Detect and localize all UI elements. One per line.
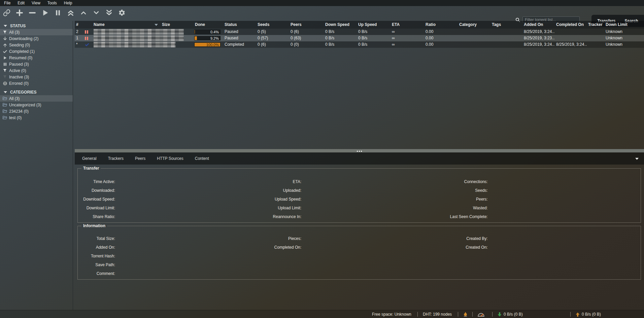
play-icon bbox=[2, 55, 7, 60]
move-down-button[interactable] bbox=[92, 9, 100, 17]
sidebar-item-completed[interactable]: Completed (1) bbox=[0, 48, 73, 55]
transfer-fieldset: Transfer Time Active: Downloaded: Downlo… bbox=[77, 166, 641, 223]
sidebar-item-downloading[interactable]: Downloading (2) bbox=[0, 35, 73, 42]
gear-icon bbox=[118, 9, 126, 16]
separator bbox=[492, 312, 493, 317]
progress-bar: 9.2% bbox=[194, 36, 221, 40]
move-top-button[interactable] bbox=[67, 9, 75, 17]
col-header-category[interactable]: Category bbox=[458, 21, 490, 29]
magnet-link-button[interactable] bbox=[3, 9, 11, 17]
sidebar-category-all[interactable]: All (3) bbox=[0, 95, 73, 102]
field-label: Download Limit: bbox=[87, 206, 115, 210]
col-header-state[interactable] bbox=[83, 21, 92, 29]
sidebar-item-active[interactable]: Active (0) bbox=[0, 67, 73, 74]
field-label: Created On: bbox=[466, 245, 487, 250]
field-label: Wasted: bbox=[473, 206, 488, 210]
sidebar-item-inactive[interactable]: Inactive (3) bbox=[0, 74, 73, 80]
sidebar-item-errored[interactable]: Errored (0) bbox=[0, 80, 73, 86]
torrent-row[interactable]: 1 9.2% Paused 0 (57) 0 (63) 0 B/s 0 B/s … bbox=[75, 35, 644, 41]
add-torrent-button[interactable] bbox=[15, 9, 24, 17]
status-section-header[interactable]: STATUS bbox=[0, 23, 73, 29]
col-header-tags[interactable]: Tags bbox=[490, 21, 522, 29]
categories-section-header[interactable]: CATEGORIES bbox=[0, 89, 73, 95]
col-header-completed-on[interactable]: Completed On bbox=[555, 21, 587, 29]
col-header-up-speed[interactable]: Up Speed bbox=[357, 21, 391, 29]
tab-http-sources[interactable]: HTTP Sources bbox=[151, 156, 189, 161]
col-header-number[interactable]: # bbox=[75, 21, 83, 29]
field-label: Time Active: bbox=[93, 179, 115, 184]
menu-tools[interactable]: Tools bbox=[47, 1, 57, 5]
folder-icon bbox=[2, 109, 7, 114]
torrent-row[interactable]: 2 0.4% Paused 0 (5) 0 (6) 0 B/s 0 B/s ∞ … bbox=[75, 29, 644, 35]
tab-general[interactable]: General bbox=[76, 156, 102, 161]
sidebar-item-seeding[interactable]: Seeding (0) bbox=[0, 42, 73, 48]
col-header-status[interactable]: Status bbox=[223, 21, 256, 29]
field-label: Save Path: bbox=[95, 262, 115, 267]
menu-edit[interactable]: Edit bbox=[18, 1, 25, 5]
col-header-name[interactable]: Name bbox=[92, 21, 161, 29]
menu-file[interactable]: File bbox=[4, 1, 10, 5]
sidebar: STATUS All (3) Downloading (2) Seeding (… bbox=[0, 21, 73, 310]
upload-arrow-icon bbox=[2, 42, 7, 47]
collapse-caret-icon bbox=[4, 25, 7, 27]
upload-speed-widget[interactable]: 0 B/s (0 B) bbox=[576, 310, 601, 318]
menu-help[interactable]: Help bbox=[64, 1, 72, 5]
col-header-added-on[interactable]: Added On bbox=[522, 21, 555, 29]
field-label: Created By: bbox=[466, 236, 487, 241]
checkmark-icon bbox=[2, 49, 7, 54]
col-header-seeds[interactable]: Seeds bbox=[256, 21, 289, 29]
col-header-ratio[interactable]: Ratio bbox=[424, 21, 458, 29]
field-label: Pieces: bbox=[288, 236, 301, 241]
alt-speed-limits-icon[interactable] bbox=[477, 310, 485, 318]
sidebar-item-resumed[interactable]: Resumed (0) bbox=[0, 55, 73, 61]
field-label: Comment: bbox=[97, 271, 115, 276]
tab-content[interactable]: Content bbox=[189, 156, 215, 161]
progress-bar: 100.0% bbox=[194, 42, 221, 47]
horizontal-splitter[interactable] bbox=[75, 149, 644, 152]
col-header-size[interactable]: Size bbox=[161, 21, 194, 29]
sidebar-category-test[interactable]: test (0) bbox=[0, 114, 73, 121]
delete-button[interactable] bbox=[28, 9, 36, 17]
col-header-eta[interactable]: ETA bbox=[391, 21, 424, 29]
col-header-down-speed[interactable]: Down Speed bbox=[324, 21, 357, 29]
toolbar: Transfers Search bbox=[0, 6, 644, 21]
folder-icon bbox=[2, 115, 7, 120]
options-button[interactable] bbox=[118, 9, 126, 17]
pause-button[interactable] bbox=[54, 9, 62, 17]
connection-status-icon[interactable] bbox=[463, 310, 468, 318]
move-up-button[interactable] bbox=[79, 9, 88, 17]
col-header-peers[interactable]: Peers bbox=[289, 21, 324, 29]
field-label: Last Seen Complete: bbox=[450, 214, 488, 219]
paused-icon bbox=[85, 29, 89, 35]
funnel-icon bbox=[2, 68, 7, 73]
tab-peers[interactable]: Peers bbox=[129, 156, 151, 161]
field-label: Seeds: bbox=[475, 188, 487, 193]
collapse-caret-icon bbox=[4, 91, 7, 93]
torrent-row[interactable]: * 100.0% Completed 0 (6) 0 (0) 0 B/s 0 B… bbox=[75, 41, 644, 48]
col-header-tracker[interactable]: Tracker bbox=[587, 21, 604, 29]
col-header-done[interactable]: Done bbox=[194, 21, 223, 29]
qbittorrent-window: File Edit View Tools Help bbox=[0, 0, 644, 318]
download-speed-widget[interactable]: 0 B/s (0 B) bbox=[498, 310, 523, 318]
resume-button[interactable] bbox=[41, 9, 49, 17]
field-label: Completed On: bbox=[274, 245, 302, 250]
sidebar-category-uncategorized[interactable]: Uncategorized (3) bbox=[0, 102, 73, 108]
col-header-down-limit[interactable]: Down Limit bbox=[604, 21, 644, 29]
field-label: ETA: bbox=[293, 179, 302, 184]
status-bar: Free space: Unknown DHT: 199 nodes 0 B/s… bbox=[0, 310, 644, 318]
panel-collapse-icon[interactable] bbox=[635, 158, 639, 160]
menu-view[interactable]: View bbox=[32, 1, 40, 5]
sidebar-item-all[interactable]: All (3) bbox=[0, 29, 73, 35]
tab-trackers[interactable]: Trackers bbox=[102, 156, 129, 161]
pause-icon bbox=[55, 9, 61, 16]
download-arrow-icon bbox=[498, 312, 502, 317]
sidebar-item-paused[interactable]: Paused (3) bbox=[0, 61, 73, 67]
dht-nodes-label: DHT: 199 nodes bbox=[423, 310, 452, 318]
field-label: Added On: bbox=[96, 245, 115, 250]
field-label: Downloaded: bbox=[92, 188, 115, 193]
sidebar-category-234234[interactable]: 234234 (0) bbox=[0, 108, 73, 114]
move-bottom-button[interactable] bbox=[105, 9, 113, 17]
information-legend: Information bbox=[81, 223, 107, 228]
paused-icon bbox=[85, 35, 89, 41]
field-label: Reannounce In: bbox=[273, 214, 302, 219]
